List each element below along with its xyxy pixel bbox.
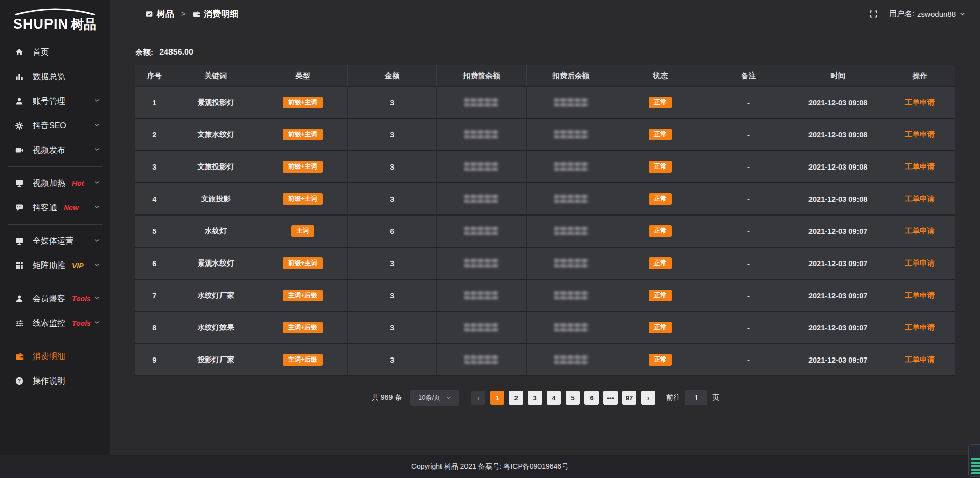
menu-tag: Tools [72, 295, 91, 303]
cell-post-balance [527, 183, 616, 216]
sidebar-item-sliders[interactable]: 线索监控Tools [0, 311, 110, 336]
cell-action: 工单申请 [884, 248, 955, 280]
home-icon [14, 47, 24, 57]
sidebar-item-chat[interactable]: 抖客通New [0, 196, 110, 220]
cell-pre-balance [437, 344, 526, 376]
app-root: SHUPIN 树品 首页数据总览账号管理抖音SEO视频发布视频加热Hot抖客通N… [0, 0, 980, 478]
grid-icon [14, 260, 24, 271]
ticket-request-link[interactable]: 工单申请 [905, 162, 935, 171]
total-count: 共 969 条 [372, 393, 402, 402]
page-button-3[interactable]: 3 [528, 391, 542, 405]
cell-post-balance [527, 248, 616, 280]
sidebar-item-user[interactable]: 账号管理 [0, 89, 110, 113]
chevron-down-icon [93, 97, 101, 106]
column-header: 操作 [884, 65, 955, 87]
page-button-97[interactable]: 97 [622, 391, 636, 405]
sidebar-item-wallet[interactable]: 消费明细 [0, 344, 110, 369]
logo-arc [10, 8, 101, 15]
ticket-request-link[interactable]: 工单申请 [905, 130, 935, 138]
cell-amount: 6 [348, 216, 437, 248]
sidebar-item-label: 数据总览 [33, 71, 65, 82]
cell-type: 主词+后缀 [258, 344, 348, 376]
censored-value [554, 162, 588, 171]
status-badge: 正常 [649, 290, 672, 301]
ticket-request-link[interactable]: 工单申请 [905, 195, 935, 203]
cell-keyword: 投影灯厂家 [174, 344, 259, 376]
main-area: 树品 > 消费明细 用户名: zswodun88 [110, 0, 980, 478]
censored-value [554, 323, 588, 331]
ticket-request-link[interactable]: 工单申请 [905, 355, 935, 364]
column-header: 扣费后余额 [527, 65, 616, 87]
ticket-request-link[interactable]: 工单申请 [905, 291, 935, 299]
topbar-right: 用户名: zswodun88 [869, 9, 966, 19]
breadcrumb-current[interactable]: 消费明细 [192, 8, 238, 20]
cell-note: - [705, 280, 792, 312]
sidebar-item-question[interactable]: ?操作说明 [0, 369, 110, 393]
sidebar-divider [8, 166, 102, 167]
cell-type: 主词+后缀 [258, 280, 348, 312]
goto-suffix: 页 [712, 393, 719, 402]
censored-value [554, 291, 588, 299]
next-page-button[interactable]: › [641, 391, 655, 405]
page-button-2[interactable]: 2 [509, 391, 523, 405]
user-menu[interactable]: 用户名: zswodun88 [889, 9, 966, 19]
page-button-6[interactable]: 6 [584, 391, 599, 405]
ticket-request-link[interactable]: 工单申请 [905, 98, 935, 106]
table-row: 5 水纹灯 主词 6 正常 - 2021-12-03 09:07 工单申请 [135, 216, 955, 248]
sidebar-item-monitor[interactable]: 全媒体运营 [0, 229, 110, 253]
menu-tag: Tools [72, 319, 91, 327]
sidebar-item-chart[interactable]: 数据总览 [0, 64, 110, 89]
goto-page-input[interactable] [685, 390, 707, 405]
board-icon [145, 10, 153, 18]
page-button-5[interactable]: 5 [566, 391, 580, 405]
censored-value [554, 130, 588, 138]
status-badge: 正常 [649, 97, 672, 108]
censored-value [464, 291, 498, 299]
ticket-request-link[interactable]: 工单申请 [905, 227, 935, 235]
cell-index: 7 [135, 280, 174, 312]
fullscreen-button[interactable] [869, 10, 878, 18]
sidebar-item-home[interactable]: 首页 [0, 40, 110, 64]
page-button-4[interactable]: 4 [547, 391, 561, 405]
cell-keyword: 景观水纹灯 [174, 248, 259, 280]
gear-icon [14, 121, 24, 131]
cell-keyword: 水纹灯效果 [174, 312, 259, 344]
cell-time: 2021-12-03 09:07 [792, 344, 884, 376]
page-size-select[interactable]: 10条/页 [410, 390, 459, 406]
page-button-1[interactable]: 1 [490, 391, 504, 405]
cell-time: 2021-12-03 09:08 [792, 87, 884, 119]
table-row: 3 文旅投影灯 前缀+主词 3 正常 - 2021-12-03 09:08 工单… [135, 151, 955, 183]
sidebar-item-video[interactable]: 视频发布 [0, 138, 110, 162]
breadcrumb-separator: > [181, 10, 185, 18]
sidebar-item-label: 会员爆客 [33, 294, 65, 304]
cell-type: 主词 [258, 216, 348, 248]
cell-amount: 3 [348, 280, 437, 312]
breadcrumb-label: 树品 [157, 8, 174, 20]
type-badge: 主词+后缀 [283, 290, 322, 301]
type-badge: 前缀+主词 [283, 161, 322, 173]
menu-tag: New [64, 204, 79, 212]
cell-post-balance [527, 344, 616, 376]
cell-status: 正常 [616, 280, 705, 312]
column-header: 扣费前余额 [437, 65, 526, 87]
sidebar-item-heat[interactable]: 视频加热Hot [0, 171, 110, 196]
page-button-ellipsis[interactable]: ••• [603, 391, 618, 405]
sidebar-item-label: 线索监控 [33, 318, 65, 329]
cell-action: 工单申请 [884, 151, 955, 183]
ticket-request-link[interactable]: 工单申请 [905, 259, 935, 267]
cell-status: 正常 [616, 87, 705, 119]
type-badge: 前缀+主词 [283, 193, 322, 205]
sidebar-item-member[interactable]: 会员爆客Tools [0, 286, 110, 311]
breadcrumb-home[interactable]: 树品 [145, 8, 174, 20]
table-row: 7 水纹灯厂家 主词+后缀 3 正常 - 2021-12-03 09:07 工单… [135, 280, 955, 312]
floating-widget[interactable] [968, 444, 980, 477]
sidebar-item-grid[interactable]: 矩阵助推VIP [0, 253, 110, 278]
cell-keyword: 文旅水纹灯 [174, 119, 259, 151]
pagination: 共 969 条 10条/页 ‹ 123456•••97 › 前往 页 [135, 390, 955, 406]
sidebar-item-label: 消费明细 [33, 351, 65, 362]
ticket-request-link[interactable]: 工单申请 [905, 323, 935, 331]
topbar: 树品 > 消费明细 用户名: zswodun88 [110, 0, 980, 28]
sidebar-item-gear[interactable]: 抖音SEO [0, 113, 110, 138]
status-badge: 正常 [649, 354, 672, 366]
prev-page-button[interactable]: ‹ [471, 391, 485, 405]
